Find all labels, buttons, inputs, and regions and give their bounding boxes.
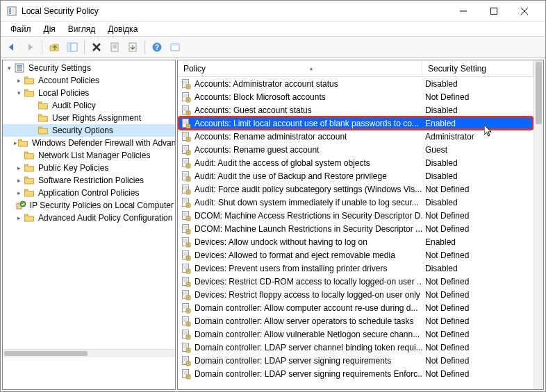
policy-icon — [181, 118, 192, 129]
policy-name-cell: Accounts: Block Microsoft accounts — [178, 92, 422, 103]
tree-item[interactable]: ▾Local Policies — [3, 87, 175, 99]
tree-item[interactable]: ▸Application Control Policies — [3, 187, 175, 199]
up-button[interactable] — [46, 39, 63, 56]
policy-row[interactable]: Accounts: Block Microsoft accountsNot De… — [178, 90, 533, 103]
tree-item[interactable]: ▸Windows Defender Firewall with Advanced… — [3, 137, 175, 149]
scroll-thumb[interactable] — [536, 62, 542, 124]
tree-item[interactable]: Audit Policy — [3, 99, 175, 112]
policy-icon — [181, 171, 192, 182]
policy-row[interactable]: Accounts: Rename guest accountGuest — [178, 143, 533, 156]
policy-row[interactable]: Accounts: Rename administrator accountAd… — [178, 130, 533, 143]
policy-icon — [181, 197, 192, 208]
policy-value-cell: Disabled — [422, 171, 533, 181]
svg-rect-2 — [9, 10, 11, 12]
policy-row[interactable]: Accounts: Guest account statusDisabled — [178, 103, 533, 117]
policy-row[interactable]: Domain controller: LDAP server signing r… — [178, 354, 533, 367]
policy-value-cell: Disabled — [422, 105, 533, 115]
tree-item-label: IP Security Policies on Local Computer — [28, 201, 175, 210]
tree-item[interactable]: Network List Manager Policies — [3, 149, 175, 162]
expander-icon[interactable]: ▾ — [4, 63, 14, 73]
delete-button[interactable] — [88, 39, 105, 56]
expander-icon[interactable]: ▾ — [14, 88, 24, 98]
tree-item[interactable]: ▸Software Restriction Policies — [3, 174, 175, 187]
expander-icon[interactable]: ▸ — [14, 176, 24, 185]
menu-довідка[interactable]: Довідка — [102, 23, 143, 35]
policy-row[interactable]: Domain controller: Allow server operator… — [178, 314, 533, 327]
vertical-scrollbar[interactable] — [533, 60, 543, 389]
column-header-setting[interactable]: Security Setting — [422, 60, 533, 76]
minimize-button[interactable] — [448, 1, 479, 21]
tree-item-label: Software Restriction Policies — [37, 176, 145, 185]
expander-icon[interactable] — [28, 126, 38, 135]
expander-icon[interactable] — [28, 113, 38, 123]
tree-item[interactable]: User Rights Assignment — [3, 112, 175, 124]
maximize-button[interactable] — [479, 1, 509, 21]
properties-button[interactable] — [106, 39, 123, 56]
policy-value-cell: Disabled — [422, 79, 533, 89]
policy-row[interactable]: Audit: Force audit policy subcategory se… — [178, 182, 533, 196]
svg-point-69 — [188, 139, 189, 140]
menu-дія[interactable]: Дія — [38, 23, 61, 35]
policy-name-cell: Devices: Prevent users from installing p… — [178, 263, 422, 274]
menu-вигляд[interactable]: Вигляд — [63, 23, 101, 35]
policy-row[interactable]: Domain controller: LDAP server signing r… — [178, 367, 533, 380]
expander-icon[interactable]: ▸ — [14, 213, 24, 223]
policy-row[interactable]: Devices: Prevent users from installing p… — [178, 262, 533, 275]
horizontal-scrollbar[interactable] — [3, 349, 175, 357]
policy-name-cell: Devices: Restrict floppy access to local… — [178, 289, 422, 300]
policy-name-cell: Audit: Audit the use of Backup and Resto… — [178, 171, 422, 182]
policy-row[interactable]: Devices: Restrict CD-ROM access to local… — [178, 275, 533, 288]
svg-rect-6 — [491, 8, 497, 14]
expander-icon[interactable] — [14, 151, 24, 160]
expander-icon[interactable] — [28, 101, 38, 110]
expander-icon[interactable]: ▸ — [14, 188, 24, 198]
close-button[interactable] — [509, 1, 540, 21]
policy-icon — [181, 131, 192, 142]
refresh-button[interactable] — [167, 39, 183, 56]
policy-row[interactable]: Domain controller: Allow vulnerable Netl… — [178, 327, 533, 341]
policy-row[interactable]: Devices: Allowed to format and eject rem… — [178, 248, 533, 262]
help-button[interactable]: ? — [149, 39, 165, 56]
policy-row[interactable]: Domain controller: Allow computer accoun… — [178, 301, 533, 314]
tree-item[interactable]: ▸Account Policies — [3, 74, 175, 87]
scroll-thumb[interactable] — [4, 351, 88, 356]
svg-rect-33 — [25, 152, 28, 153]
policy-row[interactable]: DCOM: Machine Access Restrictions in Sec… — [178, 209, 533, 222]
menu-файл[interactable]: Файл — [5, 23, 37, 35]
svg-rect-31 — [39, 127, 42, 128]
policy-row[interactable]: Audit: Audit the access of global system… — [178, 156, 533, 169]
expander-icon[interactable]: ▸ — [14, 163, 24, 173]
forward-button[interactable] — [22, 39, 38, 56]
export-button[interactable] — [124, 39, 141, 56]
svg-text:?: ? — [155, 44, 159, 51]
tree-root[interactable]: ▾Security Settings — [3, 62, 175, 74]
policy-value-cell: Enabled — [422, 119, 533, 128]
policy-row[interactable]: Audit: Audit the use of Backup and Resto… — [178, 169, 533, 182]
policy-row[interactable]: Accounts: Administrator account statusDi… — [178, 77, 533, 90]
policy-row[interactable]: Devices: Allow undock without having to … — [178, 235, 533, 248]
expander-icon[interactable]: ▸ — [14, 76, 24, 85]
policy-name: Domain controller: Allow vulnerable Netl… — [195, 330, 420, 339]
policy-row[interactable]: Devices: Restrict floppy access to local… — [178, 288, 533, 301]
policy-row[interactable]: DCOM: Machine Launch Restrictions in Sec… — [178, 222, 533, 235]
policy-name-cell: Audit: Force audit policy subcategory se… — [178, 184, 422, 195]
policy-row[interactable]: Audit: Shut down system immediately if u… — [178, 196, 533, 209]
back-button[interactable] — [3, 39, 20, 56]
tree-pane[interactable]: ▾Security Settings ▸Account Policies▾Loc… — [2, 60, 176, 390]
policy-value-cell: Not Defined — [422, 290, 533, 300]
policy-row[interactable]: Domain controller: LDAP server channel b… — [178, 341, 533, 354]
folder-icon — [38, 100, 49, 111]
svg-point-75 — [188, 152, 189, 153]
policy-icon — [181, 302, 192, 314]
tree-item[interactable]: ▸Advanced Audit Policy Configuration — [3, 212, 175, 224]
column-header-policy[interactable]: Policy▴ — [178, 60, 422, 76]
tree-item[interactable]: IP Security Policies on Local Computer — [3, 199, 175, 212]
svg-point-135 — [188, 284, 189, 285]
show-hide-tree-button[interactable] — [64, 39, 81, 56]
tree-item[interactable]: ▸Public Key Policies — [3, 162, 175, 174]
tree-item[interactable]: Security Options — [3, 124, 175, 137]
policy-row[interactable]: Accounts: Limit local account use of bla… — [178, 117, 533, 130]
policy-value-cell: Disabled — [422, 264, 533, 273]
policy-name: Domain controller: LDAP server signing r… — [195, 369, 422, 379]
policy-list[interactable]: Policy▴ Security Setting Accounts: Admin… — [178, 60, 533, 389]
